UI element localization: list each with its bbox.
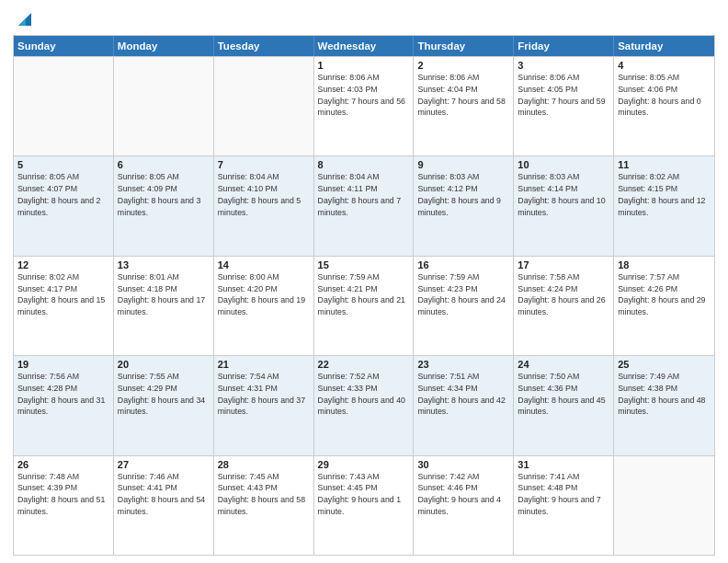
day-number: 16 <box>417 259 509 270</box>
calendar-cell: 24Sunrise: 7:50 AMSunset: 4:36 PMDayligh… <box>514 356 614 454</box>
sunrise-text: Sunrise: 7:45 AM <box>218 471 310 483</box>
sunrise-text: Sunrise: 7:57 AM <box>618 271 711 283</box>
calendar-week-row: 5Sunrise: 8:05 AMSunset: 4:07 PMDaylight… <box>14 155 714 255</box>
calendar-cell: 2Sunrise: 8:06 AMSunset: 4:04 PMDaylight… <box>414 57 514 155</box>
calendar-cell: 9Sunrise: 8:03 AMSunset: 4:12 PMDaylight… <box>414 156 514 255</box>
calendar-cell: 22Sunrise: 7:52 AMSunset: 4:33 PMDayligh… <box>314 356 415 454</box>
logo-icon <box>15 9 35 29</box>
calendar: SundayMondayTuesdayWednesdayThursdayFrid… <box>13 35 715 556</box>
day-number: 23 <box>417 359 509 370</box>
sunrise-text: Sunrise: 8:03 AM <box>518 171 609 183</box>
calendar-week-row: 1Sunrise: 8:06 AMSunset: 4:03 PMDaylight… <box>14 56 714 155</box>
sunrise-text: Sunrise: 7:52 AM <box>318 371 410 383</box>
calendar-cell: 23Sunrise: 7:51 AMSunset: 4:34 PMDayligh… <box>414 356 514 454</box>
sunset-text: Sunset: 4:03 PM <box>318 84 410 96</box>
calendar-cell: 27Sunrise: 7:46 AMSunset: 4:41 PMDayligh… <box>114 456 214 555</box>
calendar-cell <box>214 57 314 155</box>
sunset-text: Sunset: 4:14 PM <box>518 183 609 195</box>
daylight-text: Daylight: 8 hours and 3 minutes. <box>118 195 210 219</box>
sunrise-text: Sunrise: 8:02 AM <box>618 171 711 183</box>
calendar-cell: 1Sunrise: 8:06 AMSunset: 4:03 PMDaylight… <box>314 57 415 155</box>
calendar-cell: 7Sunrise: 8:04 AMSunset: 4:10 PMDaylight… <box>214 156 314 255</box>
svg-marker-1 <box>18 18 26 26</box>
daylight-text: Daylight: 8 hours and 0 minutes. <box>618 96 711 120</box>
calendar-cell: 19Sunrise: 7:56 AMSunset: 4:28 PMDayligh… <box>14 356 114 454</box>
day-number: 17 <box>518 259 609 270</box>
sunrise-text: Sunrise: 7:55 AM <box>118 371 210 383</box>
daylight-text: Daylight: 8 hours and 48 minutes. <box>618 395 711 419</box>
sunrise-text: Sunrise: 8:04 AM <box>218 171 310 183</box>
calendar-cell: 28Sunrise: 7:45 AMSunset: 4:43 PMDayligh… <box>214 456 314 555</box>
daylight-text: Daylight: 8 hours and 21 minutes. <box>318 294 410 318</box>
day-number: 1 <box>318 60 410 71</box>
daylight-text: Daylight: 8 hours and 26 minutes. <box>518 294 609 318</box>
day-number: 26 <box>17 459 109 470</box>
calendar-cell: 25Sunrise: 7:49 AMSunset: 4:38 PMDayligh… <box>614 356 714 454</box>
daylight-text: Daylight: 8 hours and 42 minutes. <box>417 395 509 419</box>
sunrise-text: Sunrise: 7:51 AM <box>417 371 509 383</box>
calendar-cell: 14Sunrise: 8:00 AMSunset: 4:20 PMDayligh… <box>214 257 314 355</box>
daylight-text: Daylight: 7 hours and 56 minutes. <box>318 96 410 120</box>
calendar-cell: 13Sunrise: 8:01 AMSunset: 4:18 PMDayligh… <box>114 257 214 355</box>
day-number: 27 <box>118 459 210 470</box>
sunrise-text: Sunrise: 7:58 AM <box>518 271 609 283</box>
sunset-text: Sunset: 4:34 PM <box>417 383 509 395</box>
sunrise-text: Sunrise: 7:43 AM <box>318 471 410 483</box>
sunset-text: Sunset: 4:09 PM <box>118 183 210 195</box>
day-number: 12 <box>17 259 109 270</box>
sunrise-text: Sunrise: 7:59 AM <box>318 271 410 283</box>
calendar-cell <box>14 57 114 155</box>
day-number: 14 <box>218 259 310 270</box>
calendar-header-cell: Wednesday <box>314 36 415 56</box>
sunrise-text: Sunrise: 8:02 AM <box>17 271 109 283</box>
daylight-text: Daylight: 8 hours and 15 minutes. <box>17 294 109 318</box>
daylight-text: Daylight: 8 hours and 9 minutes. <box>417 195 509 219</box>
day-number: 29 <box>318 459 410 470</box>
sunrise-text: Sunrise: 7:50 AM <box>518 371 609 383</box>
sunset-text: Sunset: 4:38 PM <box>618 383 711 395</box>
sunrise-text: Sunrise: 8:05 AM <box>118 171 210 183</box>
calendar-week-row: 26Sunrise: 7:48 AMSunset: 4:39 PMDayligh… <box>14 455 714 555</box>
sunset-text: Sunset: 4:07 PM <box>17 183 109 195</box>
sunset-text: Sunset: 4:43 PM <box>218 482 310 494</box>
sunset-text: Sunset: 4:29 PM <box>118 383 210 395</box>
calendar-cell: 18Sunrise: 7:57 AMSunset: 4:26 PMDayligh… <box>614 257 714 355</box>
sunrise-text: Sunrise: 8:06 AM <box>318 72 410 84</box>
sunset-text: Sunset: 4:21 PM <box>318 283 410 295</box>
sunset-text: Sunset: 4:15 PM <box>618 183 711 195</box>
sunset-text: Sunset: 4:05 PM <box>518 84 609 96</box>
calendar-cell: 29Sunrise: 7:43 AMSunset: 4:45 PMDayligh… <box>314 456 415 555</box>
day-number: 30 <box>417 459 509 470</box>
daylight-text: Daylight: 8 hours and 24 minutes. <box>417 294 509 318</box>
calendar-header-cell: Thursday <box>414 36 514 56</box>
calendar-cell: 5Sunrise: 8:05 AMSunset: 4:07 PMDaylight… <box>14 156 114 255</box>
calendar-cell: 11Sunrise: 8:02 AMSunset: 4:15 PMDayligh… <box>614 156 714 255</box>
calendar-header-cell: Sunday <box>14 36 114 56</box>
daylight-text: Daylight: 9 hours and 4 minutes. <box>417 494 509 518</box>
calendar-cell: 10Sunrise: 8:03 AMSunset: 4:14 PMDayligh… <box>514 156 614 255</box>
calendar-cell: 31Sunrise: 7:41 AMSunset: 4:48 PMDayligh… <box>514 456 614 555</box>
day-number: 20 <box>118 359 210 370</box>
daylight-text: Daylight: 7 hours and 59 minutes. <box>518 96 609 120</box>
sunset-text: Sunset: 4:23 PM <box>417 283 509 295</box>
daylight-text: Daylight: 7 hours and 58 minutes. <box>417 96 509 120</box>
daylight-text: Daylight: 8 hours and 34 minutes. <box>118 395 210 419</box>
sunrise-text: Sunrise: 7:59 AM <box>417 271 509 283</box>
sunrise-text: Sunrise: 7:41 AM <box>518 471 609 483</box>
day-number: 19 <box>17 359 109 370</box>
sunset-text: Sunset: 4:18 PM <box>118 283 210 295</box>
calendar-cell: 17Sunrise: 7:58 AMSunset: 4:24 PMDayligh… <box>514 257 614 355</box>
day-number: 18 <box>618 259 711 270</box>
sunrise-text: Sunrise: 8:04 AM <box>318 171 410 183</box>
sunset-text: Sunset: 4:11 PM <box>318 183 410 195</box>
sunset-text: Sunset: 4:31 PM <box>218 383 310 395</box>
calendar-cell: 21Sunrise: 7:54 AMSunset: 4:31 PMDayligh… <box>214 356 314 454</box>
calendar-cell: 20Sunrise: 7:55 AMSunset: 4:29 PMDayligh… <box>114 356 214 454</box>
day-number: 5 <box>17 159 109 170</box>
day-number: 31 <box>518 459 609 470</box>
sunset-text: Sunset: 4:45 PM <box>318 482 410 494</box>
daylight-text: Daylight: 8 hours and 5 minutes. <box>218 195 310 219</box>
sunset-text: Sunset: 4:46 PM <box>417 482 509 494</box>
day-number: 10 <box>518 159 609 170</box>
calendar-cell <box>614 456 714 555</box>
